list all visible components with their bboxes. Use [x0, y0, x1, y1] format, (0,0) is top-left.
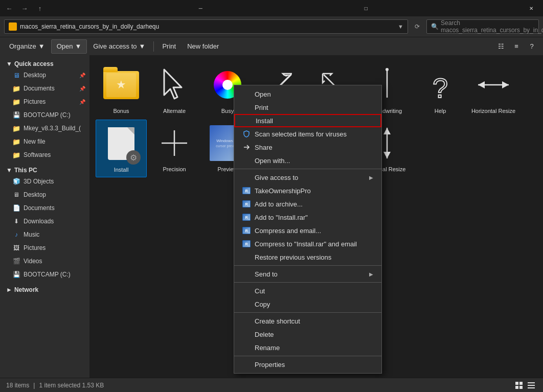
ctx-add-rar[interactable]: R Add to "Install.rar" [234, 211, 381, 224]
view-options-button[interactable]: ☷ [494, 39, 508, 54]
this-pc-header[interactable]: ▼ This PC [0, 164, 89, 175]
give-access-chevron-icon: ▼ [139, 42, 146, 50]
content-area[interactable]: ★ Bonus Alternate [89, 55, 543, 378]
ctx-delete[interactable]: Delete [234, 328, 381, 341]
sidebar-item-documents2[interactable]: 📄 Documents [0, 201, 89, 215]
view-toggle-button[interactable]: ≡ [509, 39, 524, 54]
sidebar-item-desktop2[interactable]: 🖥 Desktop [0, 188, 89, 201]
ctx-give-access[interactable]: Give access to ▶ [234, 171, 381, 184]
toolbar: Organize ▼ Open ▼ Give access to ▼ Print… [0, 37, 543, 55]
rename-icon [242, 343, 251, 352]
sidebar-item-documents[interactable]: 📁 Documents 📌 [0, 82, 89, 95]
ctx-print[interactable]: Print [234, 101, 381, 114]
ctx-restore-label: Restore previous versions [255, 253, 373, 261]
sidebar-item-videos[interactable]: 🎬 Videos [0, 255, 89, 268]
sidebar-item-desktop[interactable]: 🖥 Desktop 📌 [0, 68, 89, 82]
sidebar-item-bootcamp2[interactable]: 💾 BOOTCAMP (C:) [0, 268, 89, 281]
organize-button[interactable]: Organize ▼ [4, 39, 50, 54]
give-access-arrow-icon: ▶ [369, 175, 373, 180]
music-icon: ♪ [12, 230, 20, 239]
print-button[interactable]: Print [157, 39, 181, 54]
ctx-create-shortcut[interactable]: Create shortcut [234, 314, 381, 328]
sidebar-item-label: Desktop [24, 191, 46, 198]
ctx-copy[interactable]: Copy [234, 297, 381, 311]
ctx-properties-label: Properties [255, 361, 373, 368]
titlebar: ← → ↑ ─ □ ✕ [0, 0, 543, 16]
properties-icon [242, 360, 251, 368]
rar-icon-4: R [242, 226, 251, 235]
sidebar-item-music[interactable]: ♪ Music [0, 228, 89, 241]
ctx-restore[interactable]: Restore previous versions [234, 250, 381, 264]
ctx-takeownership[interactable]: R TakeOwnershipPro [234, 184, 381, 197]
up-button[interactable]: ↑ [33, 1, 47, 15]
file-item-alternate[interactable]: Alternate [149, 61, 200, 118]
details-view-button[interactable] [526, 380, 537, 391]
ctx-rename[interactable]: Rename [234, 341, 381, 354]
back-button[interactable]: ← [2, 1, 16, 15]
ctx-share[interactable]: Share [234, 141, 381, 154]
ctx-scan[interactable]: Scan selected items for viruses [234, 127, 381, 141]
context-menu: Open Print Install Scan selected items f… [234, 85, 382, 374]
ctx-create-shortcut-label: Create shortcut [255, 317, 373, 325]
open-button[interactable]: Open ▼ [51, 39, 87, 54]
svg-rect-21 [519, 382, 523, 385]
drive2-icon: 💾 [12, 270, 20, 279]
ctx-properties[interactable]: Properties [234, 358, 381, 371]
sidebar-item-label: Desktop [24, 72, 46, 79]
file-item-precision[interactable]: Precision [149, 120, 200, 177]
svg-marker-0 [164, 70, 182, 99]
maximize-button[interactable]: □ [354, 0, 378, 16]
ctx-give-access-label: Give access to [255, 174, 365, 181]
pictures-icon: 📁 [12, 98, 20, 106]
downloads-icon: ⬇ [12, 217, 20, 225]
ctx-compress-rar-email-label: Compress to "Install.rar" and email [255, 240, 373, 248]
dropdown-arrow-icon[interactable]: ▼ [398, 24, 403, 30]
open-icon [242, 90, 251, 98]
file-item-install[interactable]: ⚙ Install [96, 120, 147, 177]
ctx-install[interactable]: Install [234, 114, 381, 127]
file-item-help[interactable]: ? Help [415, 61, 466, 118]
separator [153, 41, 154, 52]
search-box[interactable]: 🔍 Search macos_sierra_retina_cursors_by_… [426, 19, 539, 34]
file-item-hresize[interactable]: Horizontal Resize [468, 61, 519, 118]
ctx-open-with[interactable]: Open with... [234, 154, 381, 167]
ctx-add-archive[interactable]: R Add to archive... [234, 197, 381, 211]
quick-access-header[interactable]: ▼ Quick access [0, 57, 89, 68]
sidebar-item-bootcamp[interactable]: 💾 BOOTCAMP (C:) [0, 108, 89, 122]
minimize-button[interactable]: ─ [189, 0, 212, 16]
sidebar-item-pictures[interactable]: 📁 Pictures 📌 [0, 95, 89, 108]
rar-icon-2: R [242, 200, 251, 208]
quick-access-chevron-icon: ▼ [6, 60, 12, 67]
close-button[interactable]: ✕ [519, 0, 543, 16]
file-item-bonus[interactable]: ★ Bonus [96, 61, 147, 118]
pin-icon: 📌 [79, 73, 85, 78]
sidebar-item-mkey[interactable]: 📁 Mkey_v8.3.3_Build_( [0, 122, 89, 135]
shortcut-icon [242, 317, 251, 325]
ctx-send-to[interactable]: Send to ▶ [234, 267, 381, 281]
help-button[interactable]: ? [525, 39, 539, 54]
svg-rect-26 [528, 387, 535, 388]
large-icons-view-button[interactable] [513, 380, 525, 391]
ctx-open[interactable]: Open [234, 87, 381, 101]
sidebar-item-downloads[interactable]: ⬇ Downloads [0, 215, 89, 228]
statusbar: 18 items | 1 item selected 1.53 KB [0, 378, 543, 392]
ctx-compress-email[interactable]: R Compress and email... [234, 224, 381, 237]
network-header[interactable]: ► Network [0, 283, 89, 294]
sidebar-item-3d-objects[interactable]: 🧊 3D Objects [0, 175, 89, 188]
give-access-button[interactable]: Give access to ▼ [88, 39, 150, 54]
sidebar-item-pictures2[interactable]: 🖼 Pictures [0, 241, 89, 255]
refresh-button[interactable]: ⟳ [411, 20, 423, 33]
ctx-separator-4 [234, 312, 381, 313]
sidebar-item-softwares[interactable]: 📁 Softwares [0, 148, 89, 162]
give-access-label: Give access to [93, 42, 137, 50]
sidebar-item-newfile[interactable]: 📁 New file [0, 135, 89, 148]
new-folder-button[interactable]: New folder [182, 39, 224, 54]
address-field[interactable]: macos_sierra_retina_cursors_by_in_dolly_… [4, 19, 408, 34]
ctx-compress-rar-email[interactable]: R Compress to "Install.rar" and email [234, 237, 381, 250]
ctx-cut[interactable]: Cut [234, 284, 381, 297]
folder-inner: ★ [106, 73, 136, 97]
forward-button[interactable]: → [17, 1, 32, 15]
documents2-icon: 📄 [12, 204, 20, 212]
sidebar-item-label: 3D Objects [24, 178, 54, 185]
ctx-send-to-label: Send to [255, 270, 365, 278]
